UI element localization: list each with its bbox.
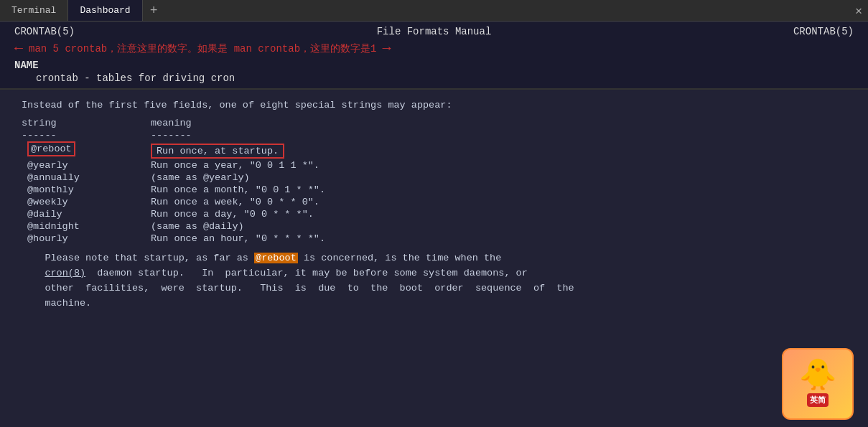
table-header: string meaning [22, 118, 846, 128]
yearly-key: @yearly [22, 160, 151, 171]
yearly-value: Run once a year, "0 0 1 1 *". [151, 160, 319, 171]
close-icon: ✕ [855, 5, 862, 18]
tab-bar: Terminal Dashboard + ✕ [0, 0, 868, 22]
footer-line1: Please note that startup, as far as @reb… [22, 251, 846, 266]
daily-key: @daily [22, 209, 151, 220]
sticker-inner: 🐥 英简 [799, 362, 836, 407]
table-row-daily: @daily Run once a day, "0 0 * * *". [22, 209, 846, 220]
table-row-annually: @annually (same as @yearly) [22, 172, 846, 183]
col-string: string [22, 118, 151, 128]
monthly-key: @monthly [22, 184, 151, 195]
arrow-right-icon: → [382, 40, 391, 57]
hourly-value: Run once an hour, "0 * * * *". [151, 233, 325, 244]
sticker-label: 英简 [807, 393, 829, 407]
col-meaning: meaning [151, 118, 192, 128]
midnight-key: @midnight [22, 221, 151, 232]
daily-value: Run once a day, "0 0 * * *". [151, 209, 314, 220]
tab-dashboard-label: Dashboard [80, 5, 130, 16]
cron8-link[interactable]: cron(8) [45, 268, 85, 278]
midnight-value: (same as @daily) [151, 221, 244, 232]
table-row-midnight: @midnight (same as @daily) [22, 221, 846, 232]
annually-key: @annually [22, 172, 151, 183]
man-name-label: NAME [14, 60, 854, 71]
name-label: NAME [14, 60, 39, 71]
sticker: 🐥 英简 [782, 348, 854, 420]
table-row-monthly: @monthly Run once a month, "0 0 1 * *". [22, 184, 846, 195]
terminal-content: CRONTAB(5) File Formats Manual CRONTAB(5… [0, 22, 868, 427]
col-dash-meaning: ------- [151, 130, 192, 141]
intro-line: Instead of the first five fields, one of… [22, 100, 846, 111]
table-row-hourly: @hourly Run once an hour, "0 * * * *". [22, 233, 846, 244]
footer-paragraph: Please note that startup, as far as @reb… [22, 251, 846, 311]
annually-value: (same as @yearly) [151, 172, 250, 183]
arrow-left-icon: ← [14, 40, 23, 57]
man-right-title: CRONTAB(5) [793, 26, 854, 37]
hourly-key: @hourly [22, 233, 151, 244]
reboot-inline-highlight: @reboot [254, 253, 298, 263]
weekly-key: @weekly [22, 197, 151, 207]
reboot-value-highlighted: Run once, at startup. [151, 144, 284, 159]
weekly-value: Run once a week, "0 0 * * 0". [151, 197, 319, 207]
man-desc: crontab - tables for driving cron [36, 72, 235, 84]
table-dashes: ------ ------- [22, 130, 846, 141]
monthly-value: Run once a month, "0 0 1 * *". [151, 184, 325, 195]
man-annotation-row: ← man 5 crontab，注意这里的数字。如果是 man crontab，… [14, 40, 854, 57]
tab-dashboard[interactable]: Dashboard [68, 0, 142, 21]
tab-add-button[interactable]: + [143, 0, 165, 21]
footer-line4: machine. [22, 296, 846, 311]
table-row-yearly: @yearly Run once a year, "0 0 1 1 *". [22, 160, 846, 171]
window-close-button[interactable]: ✕ [855, 4, 868, 18]
man-body: Instead of the first five fields, one of… [0, 90, 868, 427]
table-row-reboot: @reboot Run once, at startup. [22, 144, 846, 159]
annotation-text: man 5 crontab，注意这里的数字。如果是 man crontab，这里… [29, 42, 376, 55]
tab-terminal-label: Terminal [11, 5, 56, 16]
footer-line3: other facilities, were startup. This is … [22, 281, 846, 296]
tab-add-icon: + [150, 4, 158, 18]
duck-emoji: 🐥 [799, 362, 836, 392]
reboot-key-highlighted: @reboot [27, 141, 75, 156]
man-title-row: CRONTAB(5) File Formats Manual CRONTAB(5… [14, 26, 854, 37]
man-desc-row: crontab - tables for driving cron [14, 72, 854, 84]
man-center-title: File Formats Manual [377, 26, 492, 37]
man-header: CRONTAB(5) File Formats Manual CRONTAB(5… [0, 22, 868, 90]
col-dash-string: ------ [22, 130, 151, 141]
man-left-title: CRONTAB(5) [14, 26, 75, 37]
tab-terminal[interactable]: Terminal [0, 0, 68, 21]
table-row-weekly: @weekly Run once a week, "0 0 * * 0". [22, 197, 846, 207]
footer-line2: cron(8) daemon startup. In particular, i… [22, 266, 846, 281]
